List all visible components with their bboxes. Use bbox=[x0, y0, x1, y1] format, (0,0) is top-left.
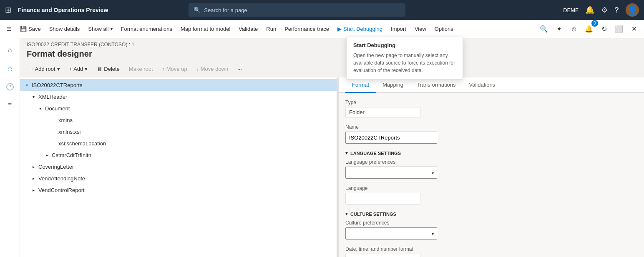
magic-button[interactable]: ✦ bbox=[552, 22, 566, 36]
app-title: Finance and Operations Preview bbox=[18, 7, 108, 13]
language-preferences-select-wrap: ▾ bbox=[345, 167, 437, 179]
gear-icon[interactable]: ⚙ bbox=[601, 5, 608, 15]
options-button[interactable]: Options bbox=[431, 23, 457, 35]
notification-count-button[interactable]: 🔔 0 bbox=[582, 22, 596, 36]
save-icon: 💾 bbox=[20, 26, 27, 32]
tooltip-title: Start Debugging bbox=[353, 42, 456, 48]
breadcrumb: ISO20022 CREDIT TRANSFER (CONTOSO) : 1 bbox=[20, 38, 644, 49]
name-field: Name bbox=[345, 124, 637, 144]
make-root-label: Make root bbox=[129, 66, 153, 72]
culture-preferences-label: Culture preferences bbox=[345, 220, 637, 226]
add-label: + Add bbox=[69, 66, 83, 72]
language-label: Language bbox=[345, 185, 637, 191]
culture-preferences-field: Culture preferences ▾ bbox=[345, 220, 637, 240]
tree-row[interactable]: ▾ Document bbox=[20, 102, 337, 114]
expand-xmlheader-icon: ▾ bbox=[30, 93, 37, 100]
type-field: Type Folder bbox=[345, 100, 637, 117]
tree-item-label: ISO20022CTReports bbox=[32, 82, 82, 88]
left-sidebar: ⌂ ☆ 🕐 ≡ bbox=[0, 38, 20, 257]
tree-row[interactable]: ▾ XMLHeader bbox=[20, 91, 337, 102]
delete-button[interactable]: 🗑 Delete bbox=[93, 64, 123, 74]
validate-button[interactable]: Validate bbox=[235, 23, 261, 35]
main-layout: ⌂ ☆ 🕐 ≡ ISO20022 CREDIT TRANSFER (CONTOS… bbox=[0, 38, 644, 257]
tree-content: ▾ ISO20022CTReports ▾ XMLHeader ▾ Docume… bbox=[20, 77, 337, 257]
hamburger-button[interactable]: ☰ bbox=[3, 23, 15, 35]
date-time-label: Date, time, and number format bbox=[345, 246, 637, 252]
page-title: Format designer bbox=[20, 49, 644, 62]
tree-row[interactable]: ▸ xmlns:xsi bbox=[20, 126, 337, 137]
top-right-icons: DEMF 🔔 ⚙ ? 👤 bbox=[563, 3, 639, 17]
map-format-button[interactable]: Map format to model bbox=[177, 23, 234, 35]
type-label: Type bbox=[345, 100, 637, 105]
expand-cstmr-icon: ▸ bbox=[43, 152, 50, 158]
language-settings-header[interactable]: ▾ LANGUAGE SETTINGS bbox=[345, 150, 637, 156]
tab-validations[interactable]: Validations bbox=[462, 77, 502, 93]
user-avatar[interactable]: 👤 bbox=[626, 3, 639, 17]
culture-settings-label: CULTURE SETTINGS bbox=[350, 212, 396, 217]
type-value: Folder bbox=[345, 107, 420, 117]
tab-validations-label: Validations bbox=[469, 82, 495, 88]
sidebar-list-icon[interactable]: ≡ bbox=[2, 97, 18, 113]
start-debugging-button[interactable]: ▶ Start Debugging bbox=[334, 23, 386, 35]
show-details-button[interactable]: Show details bbox=[46, 23, 83, 35]
run-button[interactable]: Run bbox=[263, 23, 279, 35]
tooltip-popup: Start Debugging Open the new page to man… bbox=[346, 37, 463, 80]
tab-transformations-label: Transformations bbox=[417, 82, 455, 88]
move-up-button[interactable]: ↑ Move up bbox=[158, 64, 191, 74]
culture-preferences-select-wrap: ▾ bbox=[345, 227, 437, 240]
user-name: DEMF bbox=[563, 7, 579, 13]
tab-format[interactable]: Format bbox=[345, 77, 376, 93]
language-collapse-arrow: ▾ bbox=[345, 150, 348, 156]
show-all-label: Show all bbox=[88, 26, 108, 32]
culture-collapse-arrow: ▾ bbox=[345, 211, 348, 217]
show-details-label: Show details bbox=[49, 26, 80, 32]
sidebar-clock-icon[interactable]: 🕐 bbox=[2, 78, 18, 95]
view-button[interactable]: View bbox=[411, 23, 430, 35]
language-preferences-label: Language preferences bbox=[345, 159, 637, 165]
sidebar-home-icon[interactable]: ⌂ bbox=[2, 42, 18, 58]
tree-row[interactable]: ▸ CstmrCdtTrfInitn bbox=[20, 149, 337, 161]
date-time-field: Date, time, and number format bbox=[345, 246, 637, 257]
format-enumerations-button[interactable]: Format enumerations bbox=[118, 23, 176, 35]
performance-trace-label: Performance trace bbox=[284, 26, 329, 32]
tree-row[interactable]: ▸ CoveringLetter bbox=[20, 161, 337, 172]
search-toolbar-button[interactable]: 🔍 bbox=[537, 22, 551, 36]
help-icon[interactable]: ? bbox=[614, 6, 619, 15]
performance-trace-button[interactable]: Performance trace bbox=[281, 23, 332, 35]
validate-label: Validate bbox=[239, 26, 258, 32]
tree-row[interactable]: ▸ xmlns bbox=[20, 114, 337, 126]
culture-preferences-select[interactable] bbox=[345, 227, 437, 240]
tree-item-label: xmlns:xsi bbox=[58, 129, 80, 135]
save-label: Save bbox=[28, 26, 41, 32]
tree-row[interactable]: ▸ VendAttendingNote bbox=[20, 172, 337, 184]
tab-mapping[interactable]: Mapping bbox=[376, 77, 410, 93]
tab-transformations[interactable]: Transformations bbox=[410, 77, 462, 93]
culture-settings-header[interactable]: ▾ CULTURE SETTINGS bbox=[345, 211, 637, 217]
more-button[interactable]: ··· bbox=[234, 64, 246, 74]
import-button[interactable]: Import bbox=[387, 23, 410, 35]
name-input[interactable] bbox=[345, 132, 437, 144]
close-button[interactable]: ✕ bbox=[627, 22, 641, 36]
refresh-button[interactable]: ↻ bbox=[597, 22, 611, 36]
add-button[interactable]: + Add ▾ bbox=[65, 64, 92, 74]
add-root-button[interactable]: + Add root ▾ bbox=[27, 64, 64, 74]
language-preferences-select[interactable] bbox=[345, 167, 437, 179]
expand-root-icon: ▾ bbox=[23, 82, 30, 88]
sidebar-star-icon[interactable]: ☆ bbox=[2, 60, 18, 77]
maximize-button[interactable]: ⬜ bbox=[612, 22, 626, 36]
move-down-button[interactable]: ↓ Move down bbox=[193, 64, 232, 74]
app-grid-icon[interactable]: ⊞ bbox=[5, 5, 11, 15]
show-all-button[interactable]: Show all ▾ bbox=[85, 23, 116, 35]
save-button[interactable]: 💾 Save bbox=[17, 23, 44, 35]
tree-row[interactable]: ▸ VendControlReport bbox=[20, 184, 337, 196]
tree-item-label: Document bbox=[45, 105, 70, 112]
share-button[interactable]: ⎋ bbox=[567, 22, 581, 36]
tree-row[interactable]: ▸ xsi:schemaLocation bbox=[20, 137, 337, 149]
notification-bell[interactable]: 🔔 bbox=[585, 5, 594, 15]
search-bar[interactable]: 🔍 Search for a page bbox=[189, 3, 405, 17]
tree-row[interactable]: ▾ ISO20022CTReports bbox=[20, 79, 337, 91]
import-label: Import bbox=[391, 26, 406, 32]
make-root-button[interactable]: Make root bbox=[125, 64, 157, 74]
notification-icon: 🔔 bbox=[585, 25, 593, 33]
notification-badge-count: 0 bbox=[591, 20, 598, 27]
